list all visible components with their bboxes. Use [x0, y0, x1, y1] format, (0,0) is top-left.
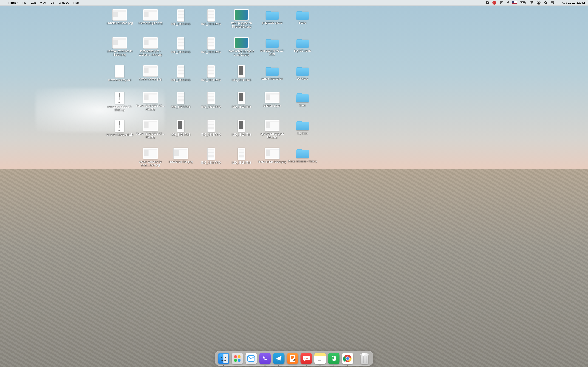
folder-icon	[296, 92, 309, 103]
svg-point-29	[306, 358, 307, 359]
desktop-item[interactable]: ZIPremove-history.xml.zip	[105, 120, 135, 136]
dock-app-viber[interactable]	[259, 353, 271, 364]
desktop-item-label: maccleaner pro - caches-i…ions.png	[136, 50, 165, 56]
dock-trash[interactable]	[359, 352, 370, 364]
desktop-item[interactable]: screen savers.png	[136, 65, 165, 81]
desktop-item[interactable]: IMG_3333.PNG	[196, 120, 226, 136]
svg-point-12	[552, 2, 552, 2]
desktop-item-label: IMG_3316.PNG	[232, 133, 251, 136]
menubar-item-view[interactable]: View	[38, 0, 48, 6]
document-icon	[115, 65, 124, 77]
battery-icon[interactable]	[520, 1, 527, 4]
file-thumbnail	[177, 65, 184, 77]
desktop-item[interactable]: free up space on iPhone@2x.png	[226, 9, 256, 28]
desktop-item[interactable]: Screen Shot 2021-07…AM.png	[136, 92, 165, 111]
dock-app-pages[interactable]	[287, 353, 298, 364]
desktop-item[interactable]: ZIPrem-apps-jul-01-17-2021.zip	[105, 92, 135, 112]
desktop-item[interactable]: scripts-instruction	[257, 65, 287, 81]
control-center-icon[interactable]	[551, 1, 554, 4]
desktop-item[interactable]: Books	[288, 9, 317, 25]
desktop-item[interactable]: application support files.png	[257, 120, 287, 139]
desktop-item[interactable]: finder-smart-folder.png	[257, 148, 287, 164]
desktop-item[interactable]: internet plugins.png	[136, 9, 165, 25]
svg-point-28	[304, 358, 305, 359]
desktop-item[interactable]: IMG_3319.PNG	[196, 9, 226, 26]
desktop-item-label: uninstall extenions in Safari.png	[105, 50, 134, 56]
file-thumbnail	[234, 37, 249, 49]
desktop-item[interactable]: IMG_3315.PNG	[226, 92, 256, 108]
desktop-item[interactable]: IMG_3335.PNG	[166, 9, 196, 26]
menubar-item-help[interactable]: Help	[71, 0, 82, 6]
desktop-item-label: IMG_3366.PNG	[171, 78, 190, 82]
file-thumbnail	[238, 65, 245, 77]
desktop-item[interactable]: IMG_3336.PNG	[166, 37, 196, 54]
desktop-item[interactable]: IMG_3368.PNG	[166, 120, 196, 136]
desktop-item[interactable]: Screen Shot 2021-07…PM.png	[136, 120, 165, 139]
desktop-item[interactable]: Press releases - history	[288, 148, 317, 163]
svg-point-7	[531, 3, 532, 4]
desktop-item[interactable]: IMG_3321.PNG	[196, 65, 226, 82]
desktop-item-label: finder-smart-folder.png	[258, 160, 286, 164]
menubar-status-icon-1[interactable]	[485, 1, 489, 5]
menubar-item-file[interactable]: File	[20, 0, 29, 6]
svg-point-19	[221, 357, 222, 358]
desktop-item[interactable]: IMG_3320.PNG	[196, 37, 226, 54]
desktop-item-label: screen savers.png	[139, 77, 162, 81]
menubar-item-go[interactable]: Go	[48, 0, 57, 6]
dock-app-chrome[interactable]	[342, 353, 354, 364]
desktop-item[interactable]: installation files.png	[166, 148, 196, 164]
notification-count: 24	[493, 2, 495, 3]
dock-app-launchpad[interactable]	[232, 353, 243, 364]
desktop-item[interactable]: remove-history.xml	[105, 65, 135, 82]
wifi-icon[interactable]	[530, 1, 534, 4]
chat-icon[interactable]	[499, 1, 503, 5]
desktop-item[interactable]: IMG_3366.PNG	[166, 65, 196, 82]
svg-point-30	[307, 358, 308, 359]
desktop-item[interactable]: DarVideo	[288, 65, 317, 81]
desktop-item[interactable]: how to free up space o…@2x.png	[226, 37, 256, 56]
menubar-clock[interactable]: Fri Aug 13 10:22 AM	[558, 1, 585, 4]
spotlight-icon[interactable]	[544, 1, 548, 5]
menubar-app-name[interactable]: Finder	[6, 0, 20, 6]
dock-app-evernote[interactable]	[328, 353, 340, 364]
desktop[interactable]: uninstall autocad.pnginternet plugins.pn…	[0, 0, 588, 367]
desktop-item-label: IMG_3368.PNG	[171, 133, 190, 136]
desktop-item[interactable]: maccleaner pro - caches-i…ions.png	[136, 37, 165, 56]
svg-rect-25	[247, 355, 255, 362]
bluetooth-icon[interactable]	[507, 1, 509, 5]
desktop-item[interactable]: Buy MC cards	[288, 37, 317, 52]
svg-point-9	[538, 2, 540, 3]
desktop-item[interactable]: Untitled 2.pxm	[257, 92, 287, 108]
dock-app-notes[interactable]	[314, 353, 326, 364]
desktop-item[interactable]: purgeable space	[257, 9, 287, 25]
desktop-item[interactable]: IMG_3314.PNG	[226, 65, 256, 82]
desktop-item[interactable]: My docs	[288, 120, 317, 135]
dock-app-mail[interactable]	[246, 353, 257, 364]
desktop-item[interactable]: IMG_3316.PNG	[226, 120, 256, 136]
user-icon[interactable]	[537, 1, 541, 5]
desktop-item[interactable]: IMG_3367.PNG	[166, 92, 196, 108]
folder-icon	[265, 9, 279, 20]
dock-app-imessage-red[interactable]	[301, 353, 312, 364]
menubar-item-edit[interactable]: Edit	[29, 0, 38, 6]
input-source-icon[interactable]	[512, 1, 517, 4]
desktop-item[interactable]: ideas	[288, 92, 317, 107]
folder-icon	[296, 65, 309, 76]
desktop-item-label: My docs	[297, 132, 308, 135]
dock-app-finder[interactable]	[218, 353, 229, 364]
folder-icon	[265, 65, 279, 76]
desktop-item[interactable]: rem-apps-jul-01-17-2021	[257, 37, 287, 56]
desktop-item-label: rem-apps-jul-01-17-2021	[258, 49, 287, 56]
dock-app-telegram[interactable]	[273, 353, 285, 364]
svg-point-1	[501, 2, 501, 2]
desktop-item[interactable]: IMG_3322.PNG	[196, 92, 226, 108]
folder-icon	[296, 148, 309, 159]
apple-menu[interactable]	[2, 0, 6, 6]
desktop-item[interactable]: search attribute for smar…lder.png	[136, 148, 165, 167]
desktop-item[interactable]: uninstall autocad.png	[105, 9, 135, 25]
menubar-item-window[interactable]: Window	[57, 0, 71, 6]
desktop-item[interactable]: IMG_3334.PNG	[196, 148, 226, 165]
notification-badge-icon[interactable]: 24	[493, 1, 496, 5]
desktop-item[interactable]: uninstall extenions in Safari.png	[105, 37, 135, 56]
desktop-item[interactable]: IMG_3318.PNG	[226, 148, 256, 165]
